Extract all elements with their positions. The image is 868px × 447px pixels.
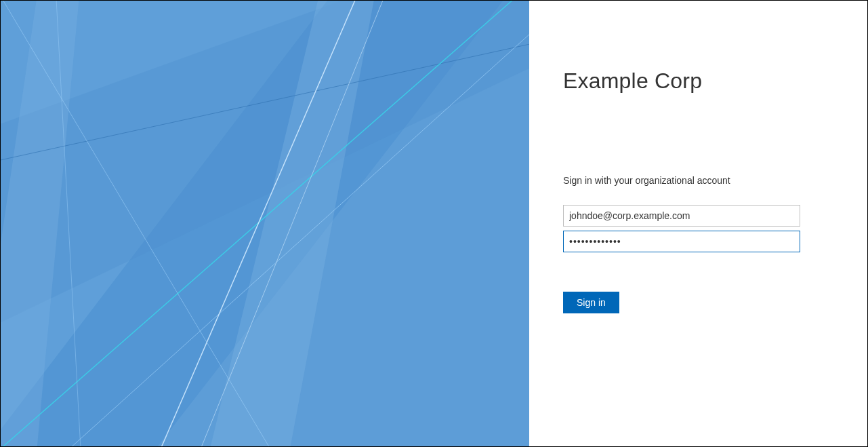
background-geometric-art bbox=[1, 1, 529, 446]
username-input[interactable] bbox=[563, 205, 800, 227]
organization-title: Example Corp bbox=[563, 69, 833, 94]
password-input[interactable] bbox=[563, 231, 800, 252]
illustration-panel bbox=[1, 1, 529, 446]
signin-prompt: Sign in with your organizational account bbox=[563, 175, 833, 186]
signin-button[interactable]: Sign in bbox=[563, 292, 619, 313]
signin-form-panel: Example Corp Sign in with your organizat… bbox=[529, 1, 867, 446]
